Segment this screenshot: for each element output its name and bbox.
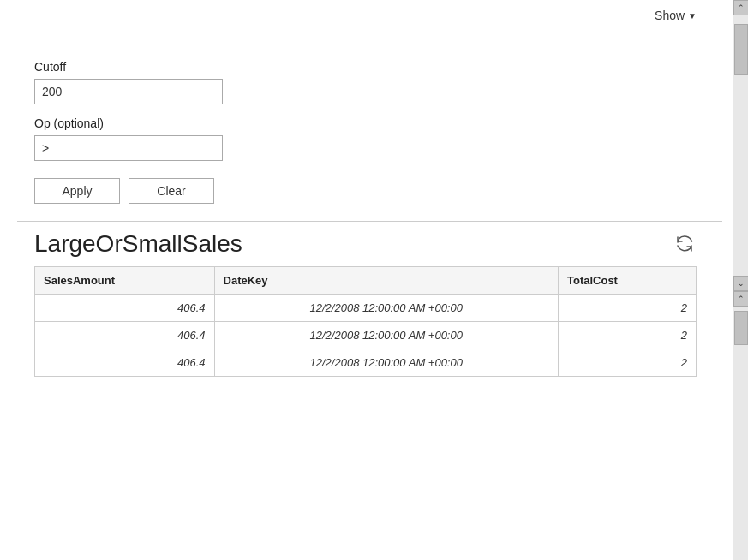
data-table: SalesAmount DateKey TotalCost 406.4 12/2… — [34, 266, 697, 377]
col-date-key: DateKey — [214, 267, 558, 295]
cell-sales-2: 406.4 — [35, 322, 215, 349]
cell-cost-2: 2 — [558, 322, 696, 349]
table-header-row-el: SalesAmount DateKey TotalCost — [35, 267, 697, 295]
section-divider — [17, 221, 722, 222]
cell-date-3: 12/2/2008 12:00:00 AM +00:00 — [214, 349, 558, 377]
table-section: LargeOrSmallSales SalesAmount DateKey To… — [26, 230, 722, 377]
show-label: Show — [655, 9, 685, 22]
cutoff-label: Cutoff — [34, 60, 697, 74]
main-container: Show ▼ ⌃ ⌄ ⌃ Cutoff Op (optional) Apply … — [0, 0, 748, 560]
cutoff-input[interactable] — [34, 79, 223, 104]
table-row: 406.4 12/2/2008 12:00:00 AM +00:00 2 — [35, 322, 697, 349]
cell-date-2: 12/2/2008 12:00:00 AM +00:00 — [214, 322, 558, 349]
clear-button[interactable]: Clear — [129, 178, 214, 204]
op-label: Op (optional) — [34, 116, 697, 130]
table-title: LargeOrSmallSales — [34, 230, 242, 258]
buttons-row: Apply Clear — [34, 178, 697, 204]
scroll-track — [733, 15, 749, 276]
table-scroll-up-button[interactable]: ⌃ — [733, 291, 749, 307]
show-arrow-icon: ▼ — [688, 11, 697, 21]
table-scroll-track — [733, 307, 749, 560]
table-scroll-thumb[interactable] — [734, 311, 748, 345]
form-section: Cutoff Op (optional) Apply Clear — [26, 17, 722, 204]
table-scrollbar: ⌃ — [733, 291, 748, 560]
cell-cost-1: 2 — [558, 295, 696, 322]
table-header-row: LargeOrSmallSales — [34, 230, 697, 258]
cell-date-1: 12/2/2008 12:00:00 AM +00:00 — [214, 295, 558, 322]
op-input[interactable] — [34, 135, 223, 161]
refresh-icon[interactable] — [673, 232, 697, 256]
scroll-down-button[interactable]: ⌄ — [733, 276, 749, 291]
col-sales-amount: SalesAmount — [35, 267, 215, 295]
show-button[interactable]: Show ▼ — [655, 9, 697, 22]
top-bar: Show ▼ — [655, 9, 697, 22]
top-scrollbar: ⌃ ⌄ — [733, 0, 748, 291]
table-row: 406.4 12/2/2008 12:00:00 AM +00:00 2 — [35, 349, 697, 377]
cell-sales-1: 406.4 — [35, 295, 215, 322]
table-row: 406.4 12/2/2008 12:00:00 AM +00:00 2 — [35, 295, 697, 322]
apply-button[interactable]: Apply — [34, 178, 120, 204]
content-area: Cutoff Op (optional) Apply Clear LargeOr… — [0, 0, 748, 560]
cell-sales-3: 406.4 — [35, 349, 215, 377]
col-total-cost: TotalCost — [558, 267, 696, 295]
scroll-up-button[interactable]: ⌃ — [733, 0, 749, 15]
cell-cost-3: 2 — [558, 349, 696, 377]
scroll-thumb[interactable] — [734, 24, 748, 75]
